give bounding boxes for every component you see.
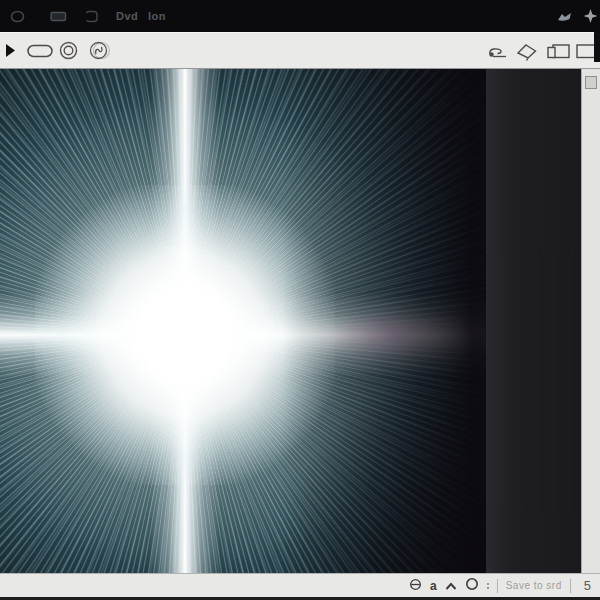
statusbar-divider bbox=[497, 579, 498, 593]
brackets-icon[interactable] bbox=[84, 9, 99, 23]
menu-item-label: Ion bbox=[148, 10, 166, 22]
circle-icon[interactable] bbox=[10, 9, 25, 23]
toolbar bbox=[0, 32, 600, 69]
menu-item-label: Dvd bbox=[116, 10, 138, 22]
menu-item-ion[interactable]: Ion bbox=[148, 9, 166, 23]
hand-tool-icon[interactable] bbox=[486, 43, 509, 64]
sparkle-icon[interactable] bbox=[583, 9, 598, 23]
flag-icon[interactable] bbox=[556, 9, 573, 23]
statusbar: a Save to srd 5 bbox=[0, 573, 600, 597]
a-glyph-icon[interactable]: a bbox=[430, 580, 437, 592]
window-edge-notch bbox=[594, 32, 600, 62]
diamond-icon[interactable] bbox=[515, 43, 538, 66]
app-window: Dvd Ion bbox=[0, 0, 600, 600]
circle-status-icon[interactable] bbox=[465, 577, 479, 595]
cascade-windows-icon[interactable] bbox=[546, 43, 571, 64]
statusbar-label: Save to srd bbox=[506, 580, 562, 591]
menubar: Dvd Ion bbox=[0, 0, 600, 32]
statusbar-divider bbox=[570, 579, 571, 593]
rotate-icon[interactable] bbox=[88, 40, 114, 65]
dots-divider bbox=[487, 583, 489, 589]
rounded-rect-icon[interactable] bbox=[27, 44, 54, 62]
menu-item-dvd[interactable]: Dvd bbox=[116, 9, 138, 23]
right-shadow-overlay bbox=[0, 69, 486, 573]
statusbar-counter: 5 bbox=[579, 578, 596, 593]
theta-icon[interactable] bbox=[409, 577, 422, 595]
rectangle-icon[interactable] bbox=[50, 9, 67, 23]
ring-icon[interactable] bbox=[58, 40, 79, 65]
pasteboard-panel bbox=[486, 69, 581, 573]
play-icon[interactable] bbox=[4, 43, 16, 62]
canvas-image[interactable] bbox=[0, 69, 486, 573]
workspace bbox=[0, 69, 600, 573]
vertical-scrollbar[interactable] bbox=[581, 69, 600, 573]
scrollbar-thumb[interactable] bbox=[585, 76, 597, 89]
caret-up-icon[interactable] bbox=[445, 577, 457, 595]
